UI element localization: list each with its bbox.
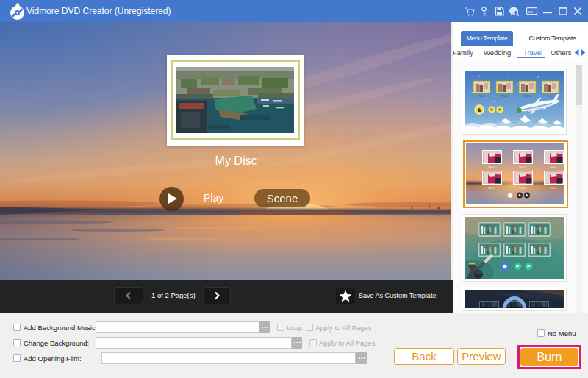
svg-text:Title5: Title5 xyxy=(519,187,526,190)
svg-text:Title4: Title4 xyxy=(547,95,553,98)
svg-text:Title2: Title2 xyxy=(519,166,526,169)
svg-text:Title4: Title4 xyxy=(488,187,495,190)
svg-text:Title6: Title6 xyxy=(550,187,556,190)
svg-text:Title1: Title1 xyxy=(478,95,485,98)
svg-text:Title2: Title2 xyxy=(501,95,508,98)
svg-text:Title1: Title1 xyxy=(488,166,495,169)
svg-text:Title3: Title3 xyxy=(550,166,556,169)
svg-text:Title3: Title3 xyxy=(524,95,531,98)
